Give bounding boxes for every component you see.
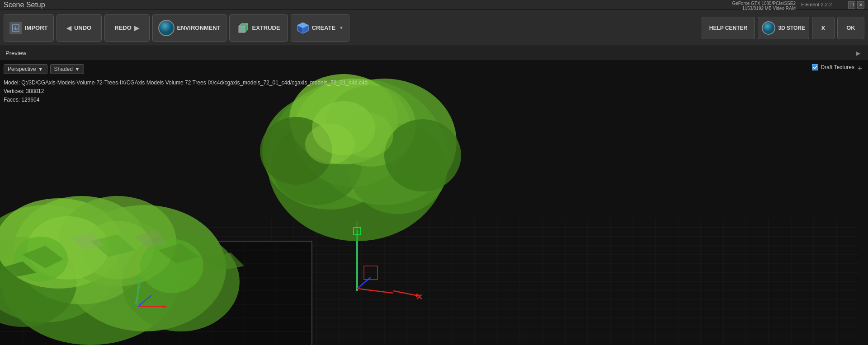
toolbar: IMPORT ◀ UNDO REDO ▶ ENVIRONMENT EXTRUDE: [0, 10, 868, 46]
redo-label: REDO: [114, 24, 132, 31]
create-label: CREATE: [312, 24, 335, 31]
environment-label: ENVIRONMENT: [177, 24, 221, 31]
viewport-add-button[interactable]: +: [855, 64, 864, 73]
create-dropdown-icon: ▼: [339, 25, 344, 30]
model-info: Model: Q:/3D/CGAxis-Models-Volume-72-Tre…: [4, 79, 368, 105]
titlebar-title: Scene Setup: [4, 1, 45, 9]
extrude-button[interactable]: EXTRUDE: [229, 14, 288, 42]
preview-bar: Preview ▶: [0, 46, 868, 61]
create-button[interactable]: CREATE ▼: [291, 14, 349, 42]
viewport: ✕: [0, 61, 868, 345]
x-button[interactable]: X: [812, 17, 835, 39]
perspective-label: Perspective: [8, 66, 36, 72]
import-label: IMPORT: [25, 24, 48, 31]
svg-point-59: [384, 119, 461, 191]
toolbar-right: HELP CENTER 3D STORE X OK: [702, 17, 864, 39]
restore-button[interactable]: ❐: [848, 1, 855, 9]
x-label: X: [821, 24, 825, 32]
element-version: Element 2.2.2: [801, 2, 832, 7]
undo-arrow-icon: ◀: [66, 24, 71, 32]
model-path: Model: Q:/3D/CGAxis-Models-Volume-72-Tre…: [4, 79, 368, 87]
draft-textures-checkbox[interactable]: [812, 64, 818, 70]
svg-point-62: [305, 124, 355, 164]
preview-label: Preview: [5, 50, 26, 56]
gpu-info-line1: GeForce GTX 1080/PCIe/SSE2: [732, 1, 796, 6]
titlebar: Scene Setup GeForce GTX 1080/PCIe/SSE2 1…: [0, 0, 868, 10]
ok-label: OK: [846, 24, 855, 31]
extrude-label: EXTRUDE: [252, 24, 280, 31]
perspective-dropdown-arrow: ▼: [38, 66, 43, 72]
3dstore-button[interactable]: 3D STORE: [758, 17, 809, 39]
ok-button[interactable]: OK: [837, 17, 864, 39]
undo-label: UNDO: [74, 24, 91, 31]
faces-info: Faces: 129604: [4, 96, 368, 104]
environment-button[interactable]: ENVIRONMENT: [152, 14, 226, 42]
close-button[interactable]: ✕: [857, 1, 864, 9]
shaded-dropdown[interactable]: Shaded ▼: [50, 64, 84, 74]
extrude-icon: [237, 22, 250, 34]
shaded-label: Shaded: [54, 66, 73, 72]
help-center-button[interactable]: HELP CENTER: [702, 17, 755, 39]
svg-rect-2: [239, 26, 245, 33]
titlebar-controls: ❐ ✕: [848, 1, 864, 9]
preview-expand-button[interactable]: ▶: [854, 49, 863, 58]
3dstore-label: 3D STORE: [778, 25, 805, 31]
gpu-info-line2: 1153/8192 MB Video RAM: [732, 6, 796, 11]
vertices-info: Vertices: 388812: [4, 87, 368, 96]
3dstore-globe-icon: [762, 21, 775, 35]
viewport-controls: Perspective ▼ Shaded ▼: [4, 64, 84, 74]
redo-button[interactable]: REDO ▶: [104, 14, 150, 42]
import-icon: [9, 22, 22, 34]
create-cube-icon: [297, 22, 309, 34]
redo-arrow-icon: ▶: [134, 24, 139, 32]
import-button[interactable]: IMPORT: [4, 14, 54, 42]
draft-textures-label: Draft Textures: [821, 64, 854, 70]
draft-textures-control[interactable]: Draft Textures: [812, 64, 854, 70]
undo-button[interactable]: ◀ UNDO: [57, 14, 102, 42]
perspective-dropdown[interactable]: Perspective ▼: [4, 64, 47, 74]
shaded-dropdown-arrow: ▼: [75, 66, 80, 72]
environment-globe-icon: [158, 20, 175, 36]
help-center-label: HELP CENTER: [709, 25, 747, 31]
